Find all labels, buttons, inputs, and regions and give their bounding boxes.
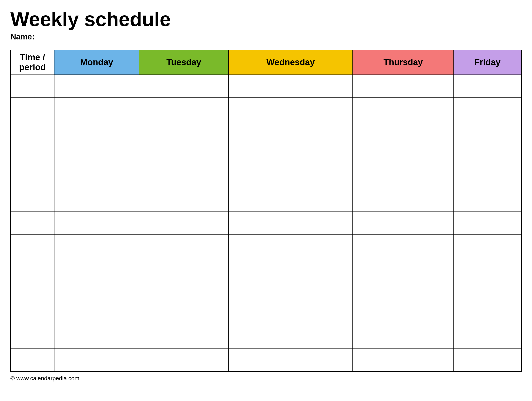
table-cell[interactable] (228, 257, 353, 280)
table-cell[interactable] (54, 257, 139, 280)
table-cell[interactable] (353, 234, 454, 257)
table-cell[interactable] (228, 120, 353, 143)
table-cell[interactable] (228, 280, 353, 303)
table-cell[interactable] (353, 212, 454, 234)
table-cell[interactable] (54, 98, 139, 120)
table-row (11, 280, 521, 303)
table-cell[interactable] (454, 326, 521, 349)
table-cell[interactable] (54, 212, 139, 234)
table-cell[interactable] (11, 349, 54, 371)
table-cell[interactable] (228, 166, 353, 189)
table-cell[interactable] (353, 98, 454, 120)
table-cell[interactable] (353, 75, 454, 98)
table-cell[interactable] (454, 98, 521, 120)
table-cell[interactable] (353, 143, 454, 166)
table-cell[interactable] (228, 98, 353, 120)
table-cell[interactable] (228, 143, 353, 166)
header-thursday: Thursday (353, 50, 454, 75)
table-cell[interactable] (139, 189, 228, 212)
table-cell[interactable] (353, 303, 454, 326)
table-cell[interactable] (54, 166, 139, 189)
table-cell[interactable] (228, 234, 353, 257)
table-cell[interactable] (454, 143, 521, 166)
table-cell[interactable] (353, 257, 454, 280)
table-cell[interactable] (139, 212, 228, 234)
table-cell[interactable] (54, 303, 139, 326)
table-cell[interactable] (54, 326, 139, 349)
table-cell[interactable] (228, 75, 353, 98)
table-cell[interactable] (454, 166, 521, 189)
table-cell[interactable] (54, 234, 139, 257)
table-cell[interactable] (11, 326, 54, 349)
table-cell[interactable] (11, 280, 54, 303)
table-cell[interactable] (454, 120, 521, 143)
table-cell[interactable] (454, 234, 521, 257)
table-cell[interactable] (11, 257, 54, 280)
table-cell[interactable] (228, 212, 353, 234)
table-cell[interactable] (11, 166, 54, 189)
table-cell[interactable] (139, 143, 228, 166)
table-cell[interactable] (139, 166, 228, 189)
table-cell[interactable] (454, 303, 521, 326)
table-cell[interactable] (353, 349, 454, 371)
table-row (11, 303, 521, 326)
table-cell[interactable] (139, 98, 228, 120)
table-cell[interactable] (228, 349, 353, 371)
table-cell[interactable] (139, 234, 228, 257)
table-cell[interactable] (11, 75, 54, 98)
table-cell[interactable] (11, 303, 54, 326)
table-cell[interactable] (353, 166, 454, 189)
table-cell[interactable] (11, 98, 54, 120)
name-label: Name: (10, 32, 522, 41)
table-cell[interactable] (228, 303, 353, 326)
table-cell[interactable] (454, 349, 521, 371)
table-cell[interactable] (11, 212, 54, 234)
schedule-table: Time / period Monday Tuesday Wednesday T… (10, 49, 522, 372)
table-cell[interactable] (139, 75, 228, 98)
table-cell[interactable] (353, 326, 454, 349)
table-cell[interactable] (353, 280, 454, 303)
table-cell[interactable] (11, 189, 54, 212)
table-cell[interactable] (228, 189, 353, 212)
table-row (11, 75, 521, 98)
header-time: Time / period (11, 50, 54, 75)
table-row (11, 98, 521, 120)
header-tuesday: Tuesday (139, 50, 228, 75)
header-monday: Monday (54, 50, 139, 75)
table-cell[interactable] (54, 349, 139, 371)
table-cell[interactable] (454, 280, 521, 303)
table-cell[interactable] (139, 120, 228, 143)
table-cell[interactable] (454, 75, 521, 98)
table-cell[interactable] (228, 326, 353, 349)
table-cell[interactable] (139, 326, 228, 349)
table-row (11, 234, 521, 257)
table-cell[interactable] (139, 349, 228, 371)
table-cell[interactable] (454, 189, 521, 212)
table-cell[interactable] (54, 189, 139, 212)
table-cell[interactable] (454, 212, 521, 234)
table-cell[interactable] (11, 143, 54, 166)
table-row (11, 143, 521, 166)
table-cell[interactable] (54, 75, 139, 98)
table-cell[interactable] (11, 120, 54, 143)
table-row (11, 120, 521, 143)
table-row (11, 212, 521, 234)
table-cell[interactable] (139, 303, 228, 326)
table-cell[interactable] (454, 257, 521, 280)
table-row (11, 166, 521, 189)
table-cell[interactable] (54, 120, 139, 143)
header-friday: Friday (454, 50, 521, 75)
header-wednesday: Wednesday (228, 50, 353, 75)
footer-text: © www.calendarpedia.com (10, 375, 522, 382)
table-cell[interactable] (353, 120, 454, 143)
header-row: Time / period Monday Tuesday Wednesday T… (11, 50, 521, 75)
table-row (11, 326, 521, 349)
table-cell[interactable] (353, 189, 454, 212)
table-cell[interactable] (139, 257, 228, 280)
table-cell[interactable] (11, 234, 54, 257)
table-row (11, 349, 521, 371)
table-row (11, 189, 521, 212)
table-cell[interactable] (54, 280, 139, 303)
table-cell[interactable] (139, 280, 228, 303)
table-cell[interactable] (54, 143, 139, 166)
